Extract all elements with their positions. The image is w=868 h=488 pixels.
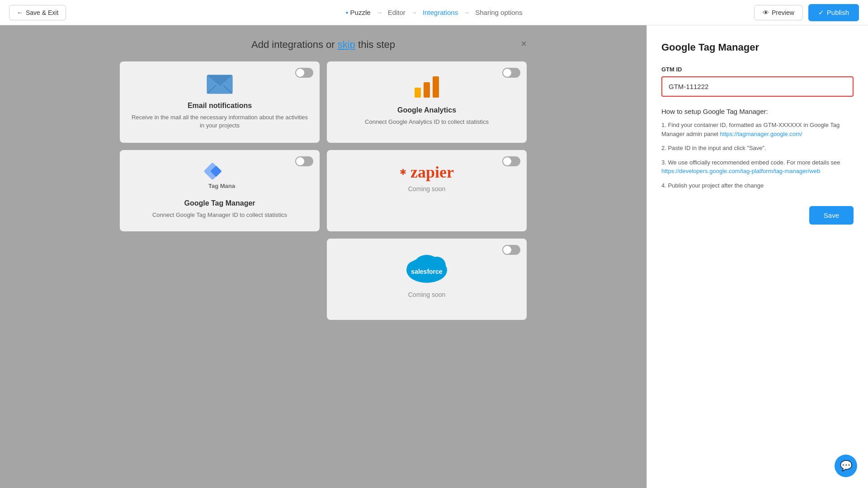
gtm-toggle[interactable] [295, 156, 313, 166]
toggle-knob [296, 157, 304, 165]
modal-title-area: Add integrations or skip this step × [120, 39, 527, 51]
skip-link[interactable]: skip [338, 39, 355, 50]
integration-card-zapier[interactable]: ✱ zapier Coming soon [327, 150, 527, 231]
nav-arrow-2: → [411, 9, 417, 16]
integration-card-ga[interactable]: Google Analytics Connect Google Analytic… [327, 61, 527, 143]
gtm-name: Google Tag Manager [184, 199, 255, 207]
salesforce-toggle[interactable] [502, 245, 520, 255]
integration-card-gtm[interactable]: Tag Manager Google Tag Manager Connect G… [120, 150, 320, 231]
svg-rect-5 [424, 82, 430, 98]
svg-text:Tag Manager: Tag Manager [208, 183, 236, 189]
nav-sharing-label: Sharing options [475, 9, 522, 16]
nav-puzzle-label: ● Puzzle [346, 9, 371, 16]
nav-right-actions: 👁 Preview ✓ Publish [754, 4, 859, 21]
toggle-knob [296, 69, 304, 77]
publish-button[interactable]: ✓ Publish [808, 4, 859, 21]
nav-editor-label: Editor [388, 9, 406, 16]
integration-grid-row2: salesforce Coming soon [120, 239, 527, 320]
developers-link[interactable]: https://developers.google.com/tag-platfo… [661, 168, 820, 174]
integration-card-email[interactable]: Email notifications Receive in the mail … [120, 61, 320, 143]
save-exit-label: Save & Exit [26, 9, 58, 16]
gtm-icon: Tag Manager [204, 163, 236, 194]
setup-step-4: 4. Publish your project after the change [661, 181, 854, 190]
right-panel: Google Tag Manager GTM ID How to setup G… [646, 25, 868, 488]
preview-button[interactable]: 👁 Preview [754, 5, 803, 20]
email-name: Email notifications [188, 102, 252, 110]
toggle-knob [503, 157, 511, 165]
toggle-knob [503, 246, 511, 254]
preview-label: Preview [772, 9, 794, 16]
publish-label: Publish [827, 9, 849, 16]
modal-title: Add integrations or skip this step [120, 39, 527, 51]
salesforce-coming-soon: Coming soon [408, 291, 446, 298]
overlay-area: Feedback Add integrations or skip this s… [0, 25, 646, 488]
toggle-knob [503, 69, 511, 77]
save-exit-button[interactable]: ← Save & Exit [9, 5, 66, 20]
main-area: Feedback Add integrations or skip this s… [0, 25, 868, 488]
email-icon [206, 74, 233, 96]
nav-breadcrumb: ● Puzzle → Editor → Integrations → Shari… [346, 9, 523, 16]
chat-icon: 💬 [840, 460, 852, 472]
setup-title: How to setup Google Tag Manager: [661, 108, 854, 115]
setup-step-2: 2. Paste ID in the input and click "Save… [661, 144, 854, 153]
back-icon: ← [17, 9, 23, 16]
zapier-icon: ✱ zapier [400, 163, 454, 182]
panel-title: Google Tag Manager [661, 42, 854, 53]
nav-arrow-3: → [463, 9, 470, 16]
close-button[interactable]: × [521, 39, 527, 49]
nav-integrations-label[interactable]: Integrations [423, 9, 458, 16]
eye-icon: 👁 [763, 9, 769, 16]
zapier-coming-soon: Coming soon [408, 185, 446, 192]
svg-text:salesforce: salesforce [411, 268, 442, 275]
save-button[interactable]: Save [809, 206, 854, 225]
email-desc: Receive in the mail all the necessary in… [129, 113, 311, 130]
nav-dot-icon: ● [346, 10, 349, 15]
tagmanager-link[interactable]: https://tagmanager.google.com/ [720, 131, 802, 137]
svg-rect-6 [433, 76, 439, 98]
ga-desc: Connect Google Analytics ID to collect s… [365, 118, 489, 126]
check-icon: ✓ [818, 9, 824, 17]
setup-step-1: 1. Find your container ID, formatted as … [661, 121, 854, 138]
gtm-desc: Connect Google Tag Manager ID to collect… [152, 211, 287, 219]
chat-bubble[interactable]: 💬 [835, 455, 857, 477]
ga-name: Google Analytics [397, 106, 456, 114]
gtm-id-input[interactable] [661, 76, 854, 97]
top-navigation: ← Save & Exit ● Puzzle → Editor → Integr… [0, 0, 868, 25]
integration-card-salesforce[interactable]: salesforce Coming soon [327, 239, 527, 320]
svg-rect-4 [415, 88, 421, 98]
ga-toggle[interactable] [502, 68, 520, 78]
setup-step-3: 3. We use officially recommended embed c… [661, 158, 854, 176]
nav-arrow-1: → [376, 9, 382, 16]
gtm-id-label: GTM ID [661, 66, 854, 73]
zapier-toggle[interactable] [502, 156, 520, 166]
salesforce-icon: salesforce [404, 251, 449, 286]
integration-grid: Email notifications Receive in the mail … [120, 61, 527, 231]
email-toggle[interactable] [295, 68, 313, 78]
ga-icon [411, 74, 443, 101]
